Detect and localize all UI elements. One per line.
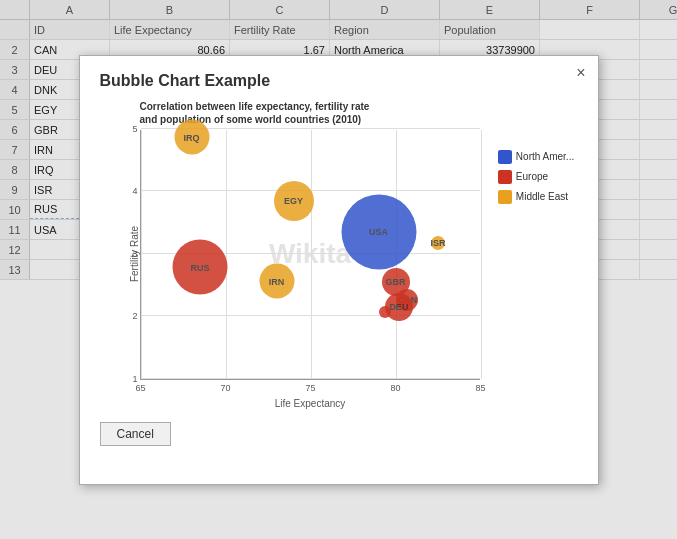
legend-color-europe — [498, 170, 512, 184]
chart-title: Correlation between life expectancy, fer… — [140, 100, 380, 126]
x-axis-label: Life Expectancy — [275, 398, 346, 409]
bubble-dnk — [379, 306, 391, 318]
x-tick-label: 75 — [305, 383, 315, 393]
grid-line-v — [226, 130, 227, 379]
y-tick-label: 4 — [132, 186, 140, 196]
chart-plot: Wikita Fertility Rate Life Expectancy 12… — [140, 130, 480, 380]
x-tick-label: 70 — [220, 383, 230, 393]
modal-overlay: × Bubble Chart Example Correlation betwe… — [0, 0, 677, 539]
bubble-egy: EGY — [274, 181, 314, 221]
grid-line-v — [311, 130, 312, 379]
close-button[interactable]: × — [576, 64, 585, 82]
x-tick-label: 65 — [135, 383, 145, 393]
bubble-usa: USA — [341, 194, 416, 269]
legend-item-north-america: North Amer... — [498, 150, 578, 164]
legend-item-europe: Europe — [498, 170, 578, 184]
legend: North Amer... Europe Middle East — [498, 100, 578, 410]
legend-item-middle-east: Middle East — [498, 190, 578, 204]
legend-color-middle-east — [498, 190, 512, 204]
chart-area: Correlation between life expectancy, fer… — [100, 100, 488, 410]
x-tick-label: 85 — [475, 383, 485, 393]
legend-label-europe: Europe — [516, 171, 548, 182]
bubble-irn: IRN — [259, 264, 294, 299]
grid-line-v — [481, 130, 482, 379]
y-tick-label: 2 — [132, 311, 140, 321]
legend-label-north-america: North Amer... — [516, 151, 574, 162]
modal-dialog: × Bubble Chart Example Correlation betwe… — [79, 55, 599, 485]
x-tick-label: 80 — [390, 383, 400, 393]
modal-title: Bubble Chart Example — [100, 72, 578, 90]
grid-line-v — [141, 130, 142, 379]
cancel-button[interactable]: Cancel — [100, 422, 171, 446]
chart-container: Correlation between life expectancy, fer… — [100, 100, 578, 410]
legend-label-middle-east: Middle East — [516, 191, 568, 202]
legend-color-north-america — [498, 150, 512, 164]
bubble-rus: RUS — [173, 240, 228, 295]
y-tick-label: 5 — [132, 124, 140, 134]
modal-footer: Cancel — [100, 422, 578, 446]
y-tick-label: 3 — [132, 249, 140, 259]
bubble-irq: IRQ — [174, 120, 209, 155]
bubble-isr: ISR — [431, 236, 445, 250]
